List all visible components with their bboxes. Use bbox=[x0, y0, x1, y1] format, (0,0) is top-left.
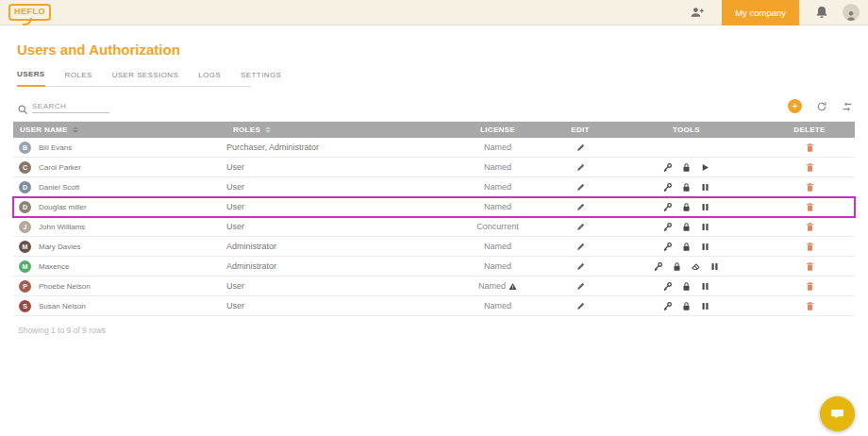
edit-button[interactable] bbox=[576, 222, 586, 232]
edit-button[interactable] bbox=[576, 301, 586, 311]
user-name: Daniel Scott bbox=[39, 183, 79, 192]
key-button[interactable] bbox=[653, 261, 663, 272]
key-button[interactable] bbox=[662, 182, 673, 193]
tools-cell bbox=[609, 162, 764, 173]
user-name: Maxence bbox=[39, 262, 69, 271]
table-row[interactable]: P Phoebe Nelson User Named bbox=[13, 277, 855, 296]
user-name: Douglas miller bbox=[39, 203, 87, 211]
tab-users[interactable]: USERS bbox=[17, 67, 45, 87]
sort-icon bbox=[73, 126, 78, 133]
lock-button[interactable] bbox=[681, 182, 692, 193]
table-body: B Bill Evans Purchaser, Administrator Na… bbox=[13, 138, 855, 316]
table-row[interactable]: M Mary Davies Administrator Named bbox=[13, 237, 855, 257]
my-company-button[interactable]: My company bbox=[722, 0, 799, 25]
tab-settings[interactable]: SETTINGS bbox=[241, 67, 281, 86]
pause-button[interactable] bbox=[709, 261, 720, 272]
pencil-icon bbox=[576, 222, 586, 232]
eraser-button[interactable] bbox=[691, 261, 701, 272]
pause-button[interactable] bbox=[700, 301, 710, 311]
tools-cell bbox=[609, 202, 764, 212]
delete-button[interactable] bbox=[805, 281, 815, 292]
pause-button[interactable] bbox=[700, 182, 710, 193]
delete-button[interactable] bbox=[805, 162, 815, 173]
edit-button[interactable] bbox=[576, 162, 586, 173]
delete-button[interactable] bbox=[805, 143, 815, 153]
play-button[interactable] bbox=[700, 162, 710, 173]
table-row[interactable]: C Carol Parker User Named bbox=[13, 158, 855, 177]
lock-button[interactable] bbox=[681, 242, 692, 252]
key-button[interactable] bbox=[662, 242, 673, 252]
delete-button[interactable] bbox=[805, 202, 815, 212]
license-warning-icon bbox=[509, 282, 517, 291]
lock-button[interactable] bbox=[681, 301, 692, 311]
user-name: Carol Parker bbox=[39, 163, 81, 172]
invite-user-button[interactable] bbox=[690, 5, 705, 20]
eraser-icon bbox=[691, 261, 701, 272]
user-avatar[interactable] bbox=[843, 4, 860, 21]
edit-button[interactable] bbox=[576, 143, 586, 153]
pause-button[interactable] bbox=[700, 242, 710, 252]
table-row[interactable]: M Maxence Administrator Named bbox=[13, 257, 855, 277]
key-button[interactable] bbox=[662, 281, 673, 292]
search-icon bbox=[17, 102, 28, 113]
column-label: EDIT bbox=[571, 126, 589, 134]
edit-button[interactable] bbox=[576, 261, 586, 272]
avatar: B bbox=[19, 142, 31, 154]
user-roles: User bbox=[226, 162, 443, 172]
pause-icon bbox=[700, 242, 710, 252]
user-name: John Williams bbox=[39, 223, 85, 231]
lock-button[interactable] bbox=[681, 162, 692, 173]
delete-button[interactable] bbox=[805, 261, 815, 272]
license-value: Named bbox=[484, 261, 511, 271]
lock-button[interactable] bbox=[681, 222, 692, 232]
avatar: D bbox=[19, 201, 31, 213]
lock-icon bbox=[681, 281, 692, 292]
key-button[interactable] bbox=[662, 301, 673, 311]
column-header-roles[interactable]: ROLES bbox=[226, 126, 443, 134]
user-license: Named bbox=[443, 182, 552, 192]
tools-cell bbox=[609, 222, 764, 232]
bell-icon bbox=[814, 5, 829, 20]
trash-icon bbox=[805, 143, 815, 153]
edit-button[interactable] bbox=[576, 182, 586, 193]
search-input[interactable] bbox=[32, 100, 109, 113]
tab-roles[interactable]: ROLES bbox=[65, 67, 92, 86]
chat-support-button[interactable] bbox=[820, 396, 855, 431]
table-row[interactable]: D Daniel Scott User Named bbox=[13, 177, 855, 197]
add-user-button[interactable]: + bbox=[788, 99, 802, 113]
edit-button[interactable] bbox=[576, 281, 586, 292]
lock-button[interactable] bbox=[681, 281, 692, 292]
column-label: LICENSE bbox=[480, 126, 515, 134]
trash-icon bbox=[805, 162, 815, 173]
license-value: Concurrent bbox=[476, 222, 519, 231]
column-label: TOOLS bbox=[673, 126, 700, 134]
pause-button[interactable] bbox=[700, 202, 710, 212]
notifications-button[interactable] bbox=[814, 5, 829, 20]
table-row[interactable]: S Susan Nelson User Named bbox=[13, 296, 855, 316]
tab-logs[interactable]: LOGS bbox=[198, 67, 221, 86]
heflo-logo[interactable]: HEFLO bbox=[8, 4, 51, 21]
refresh-button[interactable] bbox=[816, 101, 827, 112]
delete-button[interactable] bbox=[805, 301, 815, 311]
table-row[interactable]: J John Williams User Concurrent bbox=[13, 217, 855, 237]
license-value: Named bbox=[478, 281, 506, 291]
sort-icon bbox=[265, 126, 271, 133]
table-row[interactable]: B Bill Evans Purchaser, Administrator Na… bbox=[13, 138, 855, 158]
pause-button[interactable] bbox=[700, 222, 710, 232]
key-button[interactable] bbox=[662, 162, 673, 173]
toggle-view-button[interactable] bbox=[842, 101, 853, 112]
delete-button[interactable] bbox=[805, 182, 815, 193]
column-header-edit: EDIT bbox=[552, 126, 609, 134]
pause-button[interactable] bbox=[700, 281, 710, 292]
delete-button[interactable] bbox=[805, 222, 815, 232]
lock-button[interactable] bbox=[672, 261, 682, 272]
edit-button[interactable] bbox=[576, 202, 586, 212]
table-row-highlighted[interactable]: D Douglas miller User Named bbox=[13, 197, 855, 217]
edit-button[interactable] bbox=[576, 242, 586, 252]
column-header-user-name[interactable]: USER NAME bbox=[13, 126, 226, 134]
delete-button[interactable] bbox=[805, 242, 815, 252]
tab-user-sessions[interactable]: USER SESSIONS bbox=[112, 67, 179, 86]
key-button[interactable] bbox=[662, 222, 673, 232]
lock-button[interactable] bbox=[681, 202, 692, 212]
key-button[interactable] bbox=[662, 202, 673, 212]
